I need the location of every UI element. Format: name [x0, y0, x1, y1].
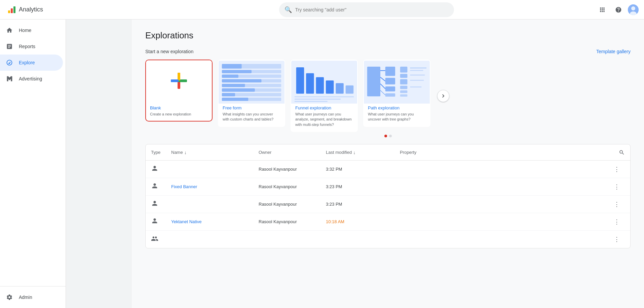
name-sort-icon: ↓	[184, 150, 187, 155]
sidebar-item-explore[interactable]: Explore	[0, 55, 63, 71]
svg-rect-19	[222, 89, 255, 92]
td-name-2[interactable]: Fixed Banner	[171, 184, 259, 189]
td-more-5[interactable]: ⋮	[611, 234, 625, 245]
sidebar-item-home[interactable]: Home	[0, 22, 63, 38]
td-type-2	[151, 182, 171, 191]
td-modified-3: 3:23 PM	[326, 202, 400, 207]
svg-rect-21	[222, 93, 235, 96]
td-more-3[interactable]: ⋮	[611, 199, 625, 210]
td-type-5	[151, 235, 171, 244]
svg-point-1	[631, 6, 635, 10]
template-gallery-link[interactable]: Template gallery	[596, 49, 631, 54]
path-card-preview	[364, 60, 430, 104]
section-subtitle: Start a new exploration	[145, 49, 193, 54]
sidebar-item-admin-label: Admin	[19, 295, 32, 300]
td-owner-4: Rasool Kayvanpour	[259, 219, 326, 224]
svg-rect-37	[385, 78, 395, 84]
sidebar-item-advertising[interactable]: Advertising	[0, 71, 63, 87]
last-modified-sort-icon: ↓	[353, 150, 355, 155]
svg-rect-29	[336, 83, 344, 94]
logo-icon	[8, 6, 15, 13]
table-row: Yektanet Native Rasool Kayvanpour 10:18 …	[146, 213, 630, 231]
help-icon[interactable]	[612, 3, 625, 16]
svg-rect-48	[400, 91, 408, 93]
td-type-4	[151, 217, 171, 226]
path-card-desc: What user journeys can you uncover with …	[364, 111, 430, 126]
apps-icon[interactable]	[596, 3, 609, 16]
blank-card-preview	[146, 60, 212, 104]
svg-rect-9	[222, 64, 242, 69]
sidebar-item-reports[interactable]: Reports	[0, 38, 63, 55]
dot-2[interactable]	[389, 135, 392, 137]
th-search[interactable]	[611, 149, 625, 156]
sidebar-item-admin[interactable]: Admin	[0, 289, 63, 305]
td-type-1	[151, 165, 171, 174]
svg-rect-5	[178, 73, 180, 80]
blank-card[interactable]: Blank Create a new exploration	[145, 60, 213, 122]
search-input[interactable]	[295, 7, 449, 12]
funnel-card-desc: What user journeys can you analyze, segm…	[291, 111, 357, 131]
svg-rect-31	[295, 96, 354, 97]
svg-rect-26	[306, 73, 314, 94]
td-owner-2: Rasool Kayvanpour	[259, 184, 326, 189]
person-icon	[151, 183, 158, 191]
svg-rect-6	[171, 79, 179, 82]
free-form-card-preview	[219, 60, 285, 104]
svg-rect-25	[296, 67, 304, 94]
svg-rect-35	[367, 67, 380, 96]
person-icon	[151, 166, 158, 173]
td-modified-1: 3:32 PM	[326, 167, 400, 172]
svg-rect-38	[385, 87, 395, 92]
person-icon	[151, 201, 158, 208]
td-more-4[interactable]: ⋮	[611, 216, 625, 227]
svg-rect-30	[346, 85, 354, 94]
admin-icon	[5, 293, 13, 301]
svg-rect-23	[222, 98, 248, 101]
carousel-next-button[interactable]	[437, 90, 449, 102]
svg-rect-15	[222, 79, 262, 82]
svg-rect-47	[400, 86, 408, 89]
td-modified-2: 3:23 PM	[326, 184, 400, 189]
more-button-2[interactable]: ⋮	[611, 181, 622, 192]
svg-rect-11	[222, 70, 252, 73]
more-button-3[interactable]: ⋮	[611, 199, 622, 210]
svg-rect-39	[385, 93, 395, 97]
free-form-card-desc: What insights can you uncover with custo…	[219, 111, 285, 126]
free-form-card-label: Free form	[219, 104, 285, 111]
td-type-3	[151, 200, 171, 209]
td-owner-3: Rasool Kayvanpour	[259, 202, 326, 207]
more-button-5[interactable]: ⋮	[611, 234, 622, 245]
sidebar-item-home-label: Home	[19, 28, 31, 33]
table-row: Rasool Kayvanpour 3:23 PM ⋮	[146, 196, 630, 213]
th-name[interactable]: Name ↓	[171, 150, 259, 155]
funnel-card[interactable]: Funnel exploration What user journeys ca…	[291, 60, 358, 132]
svg-rect-17	[222, 84, 245, 87]
table-header: Type Name ↓ Owner Last modified ↓ Proper…	[146, 144, 630, 161]
plus-icon	[169, 71, 188, 93]
free-form-card[interactable]: Free form What insights can you uncover …	[218, 60, 285, 127]
group-icon	[151, 236, 158, 244]
search-box: 🔍	[279, 2, 454, 17]
avatar[interactable]	[628, 4, 639, 15]
td-name-4[interactable]: Yektanet Native	[171, 219, 259, 224]
svg-rect-46	[400, 79, 408, 84]
blank-card-label: Blank	[146, 104, 212, 111]
person-icon	[151, 218, 158, 226]
dot-1[interactable]	[384, 135, 387, 137]
sidebar-item-advertising-label: Advertising	[19, 76, 42, 81]
search-icon: 🔍	[285, 6, 292, 13]
sidebar-item-explore-label: Explore	[19, 60, 35, 65]
svg-rect-13	[222, 74, 238, 78]
svg-rect-27	[316, 77, 324, 94]
td-more-2[interactable]: ⋮	[611, 181, 625, 192]
more-button-4[interactable]: ⋮	[611, 216, 622, 227]
more-button-1[interactable]: ⋮	[611, 164, 622, 175]
th-last-modified[interactable]: Last modified ↓	[326, 150, 400, 155]
funnel-card-label: Funnel exploration	[291, 104, 357, 111]
td-more-1[interactable]: ⋮	[611, 164, 625, 175]
td-owner-1: Rasool Kayvanpour	[259, 167, 326, 172]
path-card[interactable]: Path exploration What user journeys can …	[363, 60, 430, 127]
svg-rect-49	[400, 94, 408, 97]
advertising-icon	[5, 75, 13, 83]
dot-indicator	[145, 135, 631, 137]
